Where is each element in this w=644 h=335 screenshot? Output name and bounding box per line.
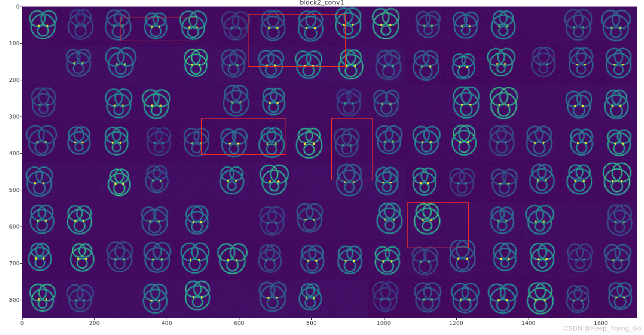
x-tick-label: 400 bbox=[162, 320, 172, 326]
x-tick-label: 0 bbox=[21, 320, 24, 326]
y-tick-label: 800 bbox=[9, 296, 20, 303]
y-tick-label: 300 bbox=[9, 113, 20, 120]
x-tick-mark bbox=[239, 318, 239, 320]
y-tick-label: 100 bbox=[9, 40, 20, 46]
x-tick-mark bbox=[529, 318, 529, 320]
x-tick-label: 1400 bbox=[522, 320, 536, 326]
x-tick-mark bbox=[601, 318, 601, 320]
x-tick-label: 600 bbox=[234, 320, 244, 326]
x-tick-label: 800 bbox=[306, 320, 317, 326]
y-tick-label: 400 bbox=[9, 150, 20, 156]
y-tick-label: 600 bbox=[9, 223, 20, 230]
x-tick-mark bbox=[22, 318, 23, 320]
x-tick-mark bbox=[311, 318, 312, 320]
y-tick-label: 200 bbox=[9, 76, 20, 83]
x-tick-mark bbox=[94, 318, 95, 320]
feature-map-heatmap bbox=[22, 7, 637, 318]
x-tick-mark bbox=[167, 318, 167, 320]
x-tick-mark bbox=[456, 318, 457, 320]
y-tick-label: 0 bbox=[16, 4, 20, 10]
y-tick-label: 700 bbox=[9, 260, 20, 266]
x-tick-label: 200 bbox=[89, 320, 100, 326]
plot-title: block2_conv1 bbox=[0, 0, 644, 6]
x-tick-label: 1000 bbox=[377, 320, 391, 326]
x-tick-label: 1600 bbox=[594, 320, 608, 326]
x-tick-label: 1200 bbox=[449, 320, 463, 326]
figure-root: block2_conv1 0100200300400500600700800 0… bbox=[0, 0, 644, 335]
axes-area bbox=[22, 7, 637, 318]
x-tick-mark bbox=[384, 318, 384, 320]
y-tick-label: 500 bbox=[9, 186, 20, 193]
